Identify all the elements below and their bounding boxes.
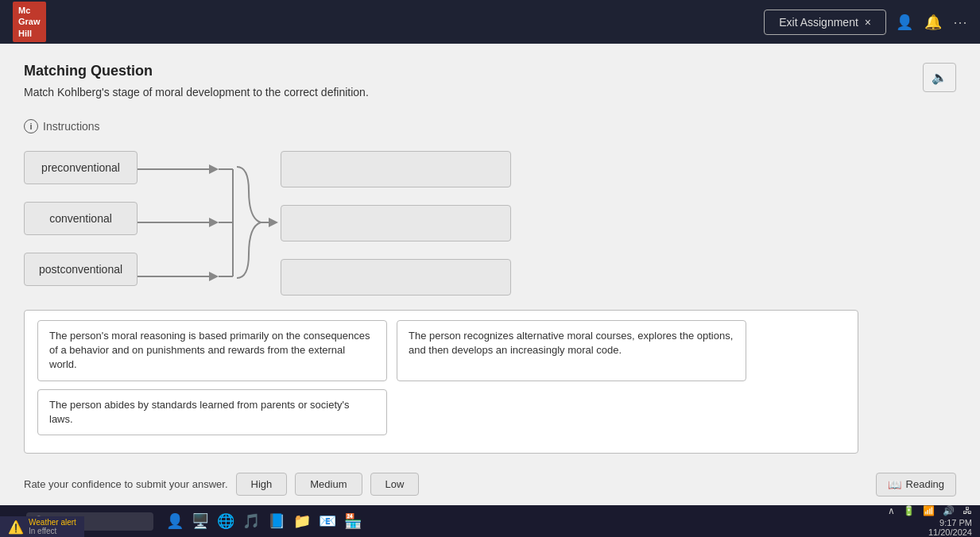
volume-icon: 🔊 [943, 505, 955, 516]
confidence-medium-button[interactable]: Medium [295, 473, 362, 496]
options-row-2: The person abides by standards learned f… [37, 389, 845, 435]
confidence-high-button[interactable]: High [236, 473, 288, 496]
option-card-1[interactable]: The person's moral reasoning is based pr… [37, 320, 387, 381]
network-icon: 🖧 [963, 505, 972, 516]
weather-alert-sub: In effect [29, 527, 76, 535]
svg-marker-8 [209, 272, 219, 281]
weather-alert-title: Weather alert [29, 518, 76, 527]
store-icon[interactable]: 🏪 [344, 512, 362, 530]
question-title: Matching Question [24, 63, 369, 79]
taskbar-app-icons: 👤 🖥️ 🌐 🎵 📘 📁 📧 🏪 [166, 512, 362, 530]
svg-marker-5 [209, 218, 219, 227]
weather-alert-icon: ⚠️ [8, 520, 24, 535]
user-icon[interactable]: 👤 [896, 14, 913, 31]
bell-icon[interactable]: 🔔 [924, 14, 942, 31]
battery-icon: 🔋 [903, 505, 915, 516]
option-card-2[interactable]: The person recognizes alternative moral … [397, 320, 746, 381]
answer-box-1[interactable] [281, 151, 511, 187]
top-bar-right: Exit Assignment × 👤 🔔 ⋯ [764, 10, 967, 35]
instructions-label: Instructions [43, 120, 100, 133]
confidence-low-button[interactable]: Low [370, 473, 420, 496]
file-explorer-icon[interactable]: 📁 [293, 512, 311, 530]
mcgraw-hill-logo: Mc Graw Hill [13, 2, 46, 42]
taskbar-right-area: ∧ 🔋 📶 🔊 🖧 9:17 PM 11/20/2024 [888, 505, 972, 537]
speaker-button[interactable]: 🔈 [923, 63, 956, 92]
facebook-icon[interactable]: 📘 [268, 512, 285, 530]
person-taskbar-icon[interactable]: 👤 [166, 512, 184, 530]
monitor-taskbar-icon[interactable]: 🖥️ [192, 512, 209, 530]
option-card-3[interactable]: The person abides by standards learned f… [37, 389, 387, 435]
term-conventional[interactable]: conventional [24, 202, 138, 235]
term-preconventional[interactable]: preconventional [24, 151, 138, 184]
question-description: Match Kohlberg's stage of moral developm… [24, 86, 369, 99]
terms-column: preconventional conventional postconvent… [24, 151, 138, 286]
connector-area [138, 151, 281, 294]
info-icon: i [24, 119, 38, 133]
instructions-row[interactable]: i Instructions [24, 119, 956, 133]
taskbar-time: 9:17 PM [928, 518, 972, 527]
reading-icon: 📖 [888, 478, 901, 491]
options-pool: The person's moral reasoning is based pr… [24, 310, 858, 454]
answers-column [281, 151, 511, 296]
answer-box-2[interactable] [281, 205, 511, 241]
main-content: Matching Question Match Kohlberg's stage… [0, 44, 980, 537]
taskbar-date: 11/20/2024 [928, 527, 972, 537]
term-postconventional[interactable]: postconventional [24, 253, 138, 286]
options-row-1: The person's moral reasoning is based pr… [37, 320, 845, 381]
confidence-label: Rate your confidence to submit your answ… [24, 478, 228, 490]
edge-browser-icon[interactable]: 🌐 [217, 512, 234, 530]
answer-box-3[interactable] [281, 259, 511, 296]
exit-assignment-button[interactable]: Exit Assignment × [764, 10, 886, 35]
top-nav-bar: Mc Graw Hill Exit Assignment × 👤 🔔 ⋯ [0, 0, 980, 44]
svg-marker-1 [209, 164, 219, 174]
taskbar: ⊞ 🔍 Search 👤 🖥️ 🌐 🎵 📘 📁 📧 🏪 ∧ 🔋 📶 🔊 🖧 9:… [0, 505, 980, 537]
connector-svg [138, 151, 281, 294]
wifi-icon: 📶 [923, 505, 935, 516]
system-tray-chevron[interactable]: ∧ [888, 505, 895, 516]
svg-marker-12 [269, 218, 278, 227]
more-icon[interactable]: ⋯ [953, 14, 967, 31]
tiktok-icon[interactable]: 🎵 [242, 512, 260, 530]
top-bar-icons: 👤 🔔 ⋯ [896, 14, 967, 31]
weather-alert-bar: ⚠️ Weather alert In effect [0, 516, 84, 537]
outlook-icon[interactable]: 📧 [319, 512, 336, 530]
reading-button[interactable]: 📖 Reading [876, 473, 956, 496]
